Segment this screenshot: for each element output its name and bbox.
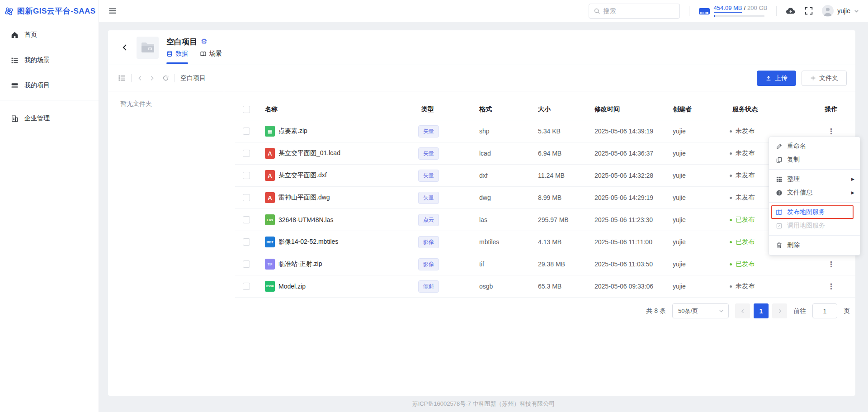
row-checkbox[interactable]	[243, 260, 250, 268]
row-checkbox[interactable]	[243, 194, 250, 201]
folder-button-label: 文件夹	[819, 74, 838, 82]
refresh-icon[interactable]	[162, 75, 169, 81]
current-page-button[interactable]: 1	[754, 303, 769, 318]
upload-button-label: 上传	[775, 74, 788, 82]
row-checkbox[interactable]	[243, 283, 250, 290]
chevron-down-icon	[719, 308, 724, 313]
file-name[interactable]: 32648-UTM48N.las	[278, 216, 333, 223]
sidebar: 图新GIS云平台-SAAS 首页 我的场景 我的项目 企业管理	[0, 0, 99, 412]
user-menu[interactable]: yujie	[822, 5, 859, 17]
pager: 1	[735, 303, 787, 318]
fullscreen-icon[interactable]	[805, 7, 813, 15]
column-header-size: 大小	[529, 105, 585, 114]
format-cell: mbtiles	[470, 238, 529, 246]
modified-time-cell: 2025-05-06 11:03:50	[585, 260, 665, 268]
building-icon	[11, 115, 19, 123]
back-arrow-icon[interactable]	[137, 75, 143, 81]
size-cell: 65.3 MB	[529, 283, 585, 290]
table-row: OSGB Model.zip 倾斜 osgb 65.3 MB 2025-05-0…	[235, 275, 855, 298]
menu-item-copy[interactable]: 复制	[769, 153, 860, 166]
file-name[interactable]: 某立交平面图.dxf	[278, 171, 327, 180]
tab-data[interactable]: 数据	[166, 50, 188, 59]
menu-item-rename[interactable]: 重命名	[769, 139, 860, 153]
menu-item-label: 重命名	[787, 142, 806, 150]
app-title: 图新GIS云平台-SAAS	[17, 6, 96, 16]
menu-item-publish-map-service[interactable]: 发布地图服务	[769, 205, 860, 219]
row-actions-button[interactable]: ⋮	[825, 127, 838, 136]
sidebar-item-home[interactable]: 首页	[0, 24, 99, 46]
goto-page-input[interactable]	[812, 303, 837, 318]
sidebar-item-enterprise[interactable]: 企业管理	[0, 108, 99, 129]
modified-time-cell: 2025-05-06 14:36:37	[585, 150, 665, 157]
menu-item-file-info[interactable]: 文件信息 ▶	[769, 186, 860, 199]
page-unit-label: 页	[844, 307, 850, 315]
total-count: 共 8 条	[646, 307, 666, 315]
table-row: ▦ 点要素.zip 矢量 shp 5.34 KB 2025-05-06 14:3…	[235, 120, 855, 142]
upload-button[interactable]: 上传	[757, 71, 796, 86]
status-badge: 未发布	[730, 282, 755, 290]
file-name[interactable]: 临准站-正射.zip	[278, 260, 322, 268]
row-context-menu: 重命名 复制 整理 ▶ 文件信息 ▶ 发布地图服务 调用地图服务	[769, 137, 860, 256]
back-button[interactable]	[121, 43, 129, 52]
row-checkbox[interactable]	[243, 150, 250, 157]
row-checkbox[interactable]	[243, 172, 250, 179]
file-name[interactable]: Model.zip	[278, 283, 306, 290]
file-name[interactable]: 影像14-02-52.mbtiles	[278, 238, 338, 246]
size-cell: 11.24 MB	[529, 172, 585, 179]
tab-scene[interactable]: 场景	[200, 50, 222, 59]
next-page-button[interactable]	[772, 303, 787, 318]
divider	[689, 6, 689, 16]
project-tabs: 数据 场景	[166, 50, 222, 59]
divider	[131, 74, 132, 82]
upload-icon	[765, 75, 772, 81]
gear-icon[interactable]: ⚙	[201, 38, 207, 45]
format-cell: las	[470, 216, 529, 223]
menu-item-organize[interactable]: 整理 ▶	[769, 172, 860, 186]
scene-list-icon	[11, 57, 19, 64]
sidebar-item-scenes[interactable]: 我的场景	[0, 49, 99, 71]
row-checkbox[interactable]	[243, 238, 250, 246]
menu-item-label: 删除	[787, 241, 800, 249]
file-name[interactable]: 某立交平面图_01.lcad	[278, 149, 340, 157]
list-view-icon[interactable]	[118, 74, 126, 82]
table-row: A 某立交平面图.dxf 矢量 dxf 11.24 MB 2025-05-06 …	[235, 165, 855, 187]
file-name[interactable]: 雷神山平面图.dwg	[278, 194, 330, 202]
new-folder-button[interactable]: 文件夹	[802, 71, 847, 86]
table-row: A 雷神山平面图.dwg 矢量 dwg 8.99 MB 2025-05-06 1…	[235, 187, 855, 209]
file-name[interactable]: 点要素.zip	[278, 127, 307, 135]
cloud-upload-icon[interactable]	[786, 7, 796, 15]
project-title: 空白项目	[166, 37, 197, 47]
search-input[interactable]	[604, 7, 675, 14]
status-badge: 已发布	[730, 238, 755, 246]
breadcrumb[interactable]: 空白项目	[180, 74, 206, 82]
category-tag: 点云	[418, 214, 439, 226]
prev-page-button[interactable]	[735, 303, 750, 318]
submenu-arrow-icon: ▶	[851, 177, 854, 181]
sidebar-item-projects[interactable]: 我的项目	[0, 75, 99, 96]
row-actions-button[interactable]: ⋮	[825, 260, 838, 269]
sidebar-item-label: 首页	[24, 31, 37, 39]
row-checkbox[interactable]	[243, 216, 250, 223]
menu-item-delete[interactable]: 删除	[769, 238, 860, 252]
project-stack-icon	[11, 82, 19, 90]
toolbar: 空白项目 上传 文件夹	[108, 65, 855, 91]
search-box[interactable]	[589, 4, 680, 19]
storage-disk-icon	[698, 6, 710, 17]
storage-separator: /	[744, 5, 745, 11]
select-all-checkbox[interactable]	[243, 106, 250, 113]
category-tag: 影像	[418, 236, 439, 248]
sidebar-divider	[0, 100, 99, 100]
forward-arrow-icon[interactable]	[149, 75, 155, 81]
page-size-select[interactable]: 50条/页	[672, 303, 729, 318]
file-type-icon: ▦	[265, 126, 275, 137]
row-actions-button[interactable]: ⋮	[825, 282, 838, 291]
file-type-icon: OSGB	[265, 281, 275, 292]
sidebar-collapse-button[interactable]	[108, 7, 117, 15]
pagination: 共 8 条 50条/页 1 前往 页	[235, 303, 855, 318]
column-header-format: 格式	[470, 105, 529, 114]
table-row: Las 32648-UTM48N.las 点云 las 295.97 MB 20…	[235, 209, 855, 231]
row-checkbox[interactable]	[243, 128, 250, 135]
storage-used[interactable]: 454.09 MB	[714, 5, 742, 13]
project-header: 空白项目 ⚙ 数据 场景	[108, 30, 855, 65]
topbar: 454.09 MB / 200 GB yujie	[99, 0, 868, 22]
